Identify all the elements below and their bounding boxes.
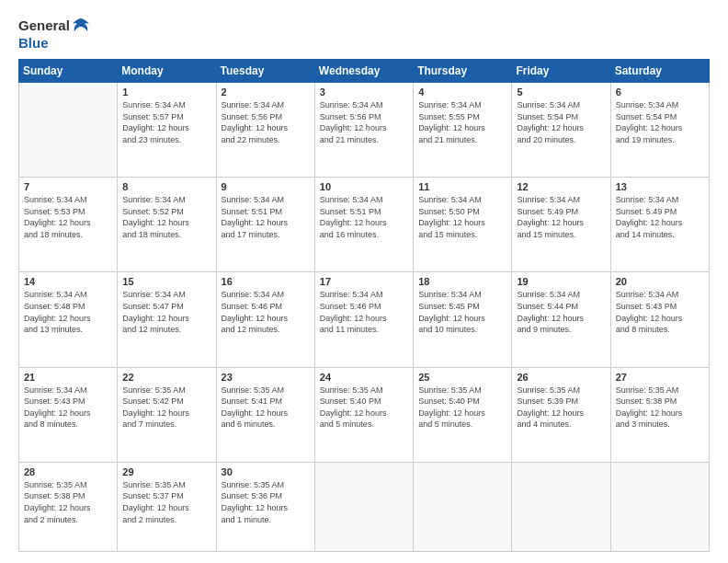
day-info: Sunrise: 5:34 AM Sunset: 5:54 PM Dayligh… — [616, 99, 704, 145]
day-number: 30 — [222, 466, 310, 477]
day-number: 10 — [320, 181, 408, 192]
day-number: 18 — [418, 276, 506, 287]
week-row-3: 14Sunrise: 5:34 AM Sunset: 5:48 PM Dayli… — [19, 272, 710, 367]
day-info: Sunrise: 5:34 AM Sunset: 5:43 PM Dayligh… — [24, 385, 112, 431]
day-info: Sunrise: 5:35 AM Sunset: 5:37 PM Dayligh… — [122, 479, 210, 525]
day-number: 19 — [517, 276, 605, 287]
day-cell: 22Sunrise: 5:35 AM Sunset: 5:42 PM Dayli… — [118, 367, 216, 462]
day-number: 9 — [222, 181, 310, 192]
day-info: Sunrise: 5:34 AM Sunset: 5:48 PM Dayligh… — [24, 289, 112, 335]
day-cell: 25Sunrise: 5:35 AM Sunset: 5:40 PM Dayli… — [414, 367, 512, 462]
week-row-5: 28Sunrise: 5:35 AM Sunset: 5:38 PM Dayli… — [19, 462, 710, 551]
day-cell — [314, 462, 413, 551]
day-number: 8 — [122, 181, 210, 192]
day-info: Sunrise: 5:34 AM Sunset: 5:57 PM Dayligh… — [122, 99, 210, 145]
day-cell: 23Sunrise: 5:35 AM Sunset: 5:41 PM Dayli… — [216, 367, 314, 462]
day-info: Sunrise: 5:35 AM Sunset: 5:40 PM Dayligh… — [320, 385, 408, 431]
day-cell: 9Sunrise: 5:34 AM Sunset: 5:51 PM Daylig… — [216, 178, 314, 272]
day-number: 17 — [320, 276, 408, 287]
header: General Blue — [18, 17, 710, 52]
day-info: Sunrise: 5:34 AM Sunset: 5:44 PM Dayligh… — [517, 289, 605, 335]
day-cell: 1Sunrise: 5:34 AM Sunset: 5:57 PM Daylig… — [118, 83, 216, 178]
day-cell: 4Sunrise: 5:34 AM Sunset: 5:55 PM Daylig… — [414, 83, 512, 178]
day-cell: 29Sunrise: 5:35 AM Sunset: 5:37 PM Dayli… — [118, 462, 216, 551]
day-cell: 26Sunrise: 5:35 AM Sunset: 5:39 PM Dayli… — [512, 367, 610, 462]
day-number: 12 — [517, 181, 605, 192]
day-number: 20 — [616, 276, 704, 287]
day-number: 23 — [222, 372, 310, 383]
day-info: Sunrise: 5:34 AM Sunset: 5:56 PM Dayligh… — [222, 99, 310, 145]
day-info: Sunrise: 5:34 AM Sunset: 5:55 PM Dayligh… — [418, 99, 506, 145]
col-header-sunday: Sunday — [19, 60, 118, 83]
day-cell — [610, 462, 709, 551]
day-number: 11 — [418, 181, 506, 192]
day-info: Sunrise: 5:35 AM Sunset: 5:36 PM Dayligh… — [222, 479, 310, 525]
week-row-1: 1Sunrise: 5:34 AM Sunset: 5:57 PM Daylig… — [19, 83, 710, 178]
day-info: Sunrise: 5:35 AM Sunset: 5:41 PM Dayligh… — [222, 385, 310, 431]
col-header-tuesday: Tuesday — [216, 60, 314, 83]
day-info: Sunrise: 5:34 AM Sunset: 5:46 PM Dayligh… — [222, 289, 310, 335]
day-cell: 14Sunrise: 5:34 AM Sunset: 5:48 PM Dayli… — [19, 272, 118, 367]
day-number: 3 — [320, 86, 408, 98]
col-header-friday: Friday — [512, 60, 610, 83]
day-number: 28 — [24, 466, 112, 477]
week-row-4: 21Sunrise: 5:34 AM Sunset: 5:43 PM Dayli… — [19, 367, 710, 462]
day-cell: 15Sunrise: 5:34 AM Sunset: 5:47 PM Dayli… — [118, 272, 216, 367]
col-header-thursday: Thursday — [414, 60, 512, 83]
day-info: Sunrise: 5:34 AM Sunset: 5:51 PM Dayligh… — [320, 194, 408, 240]
day-cell: 13Sunrise: 5:34 AM Sunset: 5:49 PM Dayli… — [610, 178, 709, 272]
day-number: 14 — [24, 276, 112, 287]
day-info: Sunrise: 5:35 AM Sunset: 5:42 PM Dayligh… — [122, 385, 210, 431]
day-cell: 28Sunrise: 5:35 AM Sunset: 5:38 PM Dayli… — [19, 462, 118, 551]
day-cell: 27Sunrise: 5:35 AM Sunset: 5:38 PM Dayli… — [610, 367, 709, 462]
day-cell: 10Sunrise: 5:34 AM Sunset: 5:51 PM Dayli… — [314, 178, 413, 272]
day-cell — [512, 462, 610, 551]
day-cell: 19Sunrise: 5:34 AM Sunset: 5:44 PM Dayli… — [512, 272, 610, 367]
day-info: Sunrise: 5:35 AM Sunset: 5:39 PM Dayligh… — [517, 385, 605, 431]
day-info: Sunrise: 5:34 AM Sunset: 5:46 PM Dayligh… — [320, 289, 408, 335]
day-cell: 11Sunrise: 5:34 AM Sunset: 5:50 PM Dayli… — [414, 178, 512, 272]
day-info: Sunrise: 5:35 AM Sunset: 5:38 PM Dayligh… — [24, 479, 112, 525]
day-cell — [19, 83, 118, 178]
day-number: 24 — [320, 372, 408, 383]
day-number: 5 — [517, 86, 605, 98]
day-info: Sunrise: 5:35 AM Sunset: 5:38 PM Dayligh… — [616, 385, 704, 431]
day-cell: 8Sunrise: 5:34 AM Sunset: 5:52 PM Daylig… — [118, 178, 216, 272]
day-cell: 6Sunrise: 5:34 AM Sunset: 5:54 PM Daylig… — [610, 83, 709, 178]
logo-general-text: General — [18, 17, 70, 34]
day-cell: 21Sunrise: 5:34 AM Sunset: 5:43 PM Dayli… — [19, 367, 118, 462]
day-number: 21 — [24, 372, 112, 383]
day-number: 15 — [122, 276, 210, 287]
logo-blue-text: Blue — [18, 35, 49, 52]
logo: General Blue — [18, 17, 90, 52]
day-number: 1 — [122, 86, 210, 98]
day-number: 6 — [616, 86, 704, 98]
day-info: Sunrise: 5:34 AM Sunset: 5:53 PM Dayligh… — [24, 194, 112, 240]
day-info: Sunrise: 5:34 AM Sunset: 5:51 PM Dayligh… — [222, 194, 310, 240]
calendar-header-row: SundayMondayTuesdayWednesdayThursdayFrid… — [19, 60, 710, 83]
day-cell: 17Sunrise: 5:34 AM Sunset: 5:46 PM Dayli… — [314, 272, 413, 367]
day-number: 2 — [222, 86, 310, 98]
day-number: 7 — [24, 181, 112, 192]
day-cell: 18Sunrise: 5:34 AM Sunset: 5:45 PM Dayli… — [414, 272, 512, 367]
day-info: Sunrise: 5:34 AM Sunset: 5:56 PM Dayligh… — [320, 99, 408, 145]
day-cell: 2Sunrise: 5:34 AM Sunset: 5:56 PM Daylig… — [216, 83, 314, 178]
week-row-2: 7Sunrise: 5:34 AM Sunset: 5:53 PM Daylig… — [19, 178, 710, 272]
day-info: Sunrise: 5:34 AM Sunset: 5:52 PM Dayligh… — [122, 194, 210, 240]
day-cell: 16Sunrise: 5:34 AM Sunset: 5:46 PM Dayli… — [216, 272, 314, 367]
day-number: 27 — [616, 372, 704, 383]
day-info: Sunrise: 5:35 AM Sunset: 5:40 PM Dayligh… — [418, 385, 506, 431]
day-cell: 24Sunrise: 5:35 AM Sunset: 5:40 PM Dayli… — [314, 367, 413, 462]
day-cell: 12Sunrise: 5:34 AM Sunset: 5:49 PM Dayli… — [512, 178, 610, 272]
day-info: Sunrise: 5:34 AM Sunset: 5:43 PM Dayligh… — [616, 289, 704, 335]
col-header-saturday: Saturday — [610, 60, 709, 83]
day-info: Sunrise: 5:34 AM Sunset: 5:54 PM Dayligh… — [517, 99, 605, 145]
day-cell: 5Sunrise: 5:34 AM Sunset: 5:54 PM Daylig… — [512, 83, 610, 178]
page: General Blue SundayMondayTuesdayWednesda… — [0, 0, 728, 563]
day-number: 16 — [222, 276, 310, 287]
day-info: Sunrise: 5:34 AM Sunset: 5:49 PM Dayligh… — [517, 194, 605, 240]
day-number: 22 — [122, 372, 210, 383]
day-number: 29 — [122, 466, 210, 477]
col-header-monday: Monday — [118, 60, 216, 83]
col-header-wednesday: Wednesday — [314, 60, 413, 83]
